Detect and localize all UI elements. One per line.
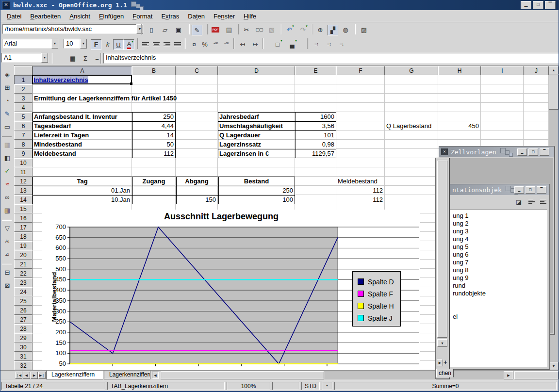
row-header-18[interactable]: 18 [14,232,33,241]
navigator-icon[interactable]: ⊕ [315,24,326,35]
window-close-icon[interactable]: ✕ [2,1,10,9]
background-color-button[interactable]: ▄▼ [287,39,297,49]
cell-E5[interactable]: 1600 [295,112,334,121]
align-center-button[interactable] [151,39,162,49]
underline-button[interactable]: U [113,39,124,50]
italic-button[interactable]: k [102,39,113,49]
strip-tab-scroll-icon[interactable]: ▶ [437,359,443,366]
row-header-1[interactable]: 1 [14,75,33,84]
copy-icon[interactable]: ▢▢ [254,24,264,35]
insert-icon[interactable]: ◈ [2,69,13,80]
horizontal-scroll-thumb[interactable] [161,371,324,379]
last-sheet-icon[interactable]: ▶❘ [38,372,46,379]
cell-B9[interactable]: 112 [132,149,174,158]
menu-ansicht[interactable]: Ansicht [65,11,95,22]
equals-icon[interactable]: = [92,53,102,64]
next-sheet-icon[interactable]: ▶ [31,372,38,379]
style-list-item[interactable]: ung 8 [453,266,547,274]
redo-icon[interactable]: ↷▼ [297,24,308,35]
font-size-field[interactable]: 10 [64,39,80,49]
gallery-icon[interactable]: ▨ [359,24,369,35]
font-name-combo[interactable]: Arial [2,39,51,49]
delete-decimal-button[interactable]: ⁻⁰⁰ [221,39,231,49]
add-decimal-button[interactable]: ⁺⁰⁰ [210,39,221,49]
row-header-8[interactable]: 8 [14,140,33,149]
maximize-button[interactable]: □ [526,186,535,194]
cell-D8[interactable]: Lagerzinssatz [219,140,261,149]
name-box-dropdown-icon[interactable]: ▼ [41,53,48,63]
sort-descending-icon[interactable]: Z↓ [2,249,13,260]
style-list-item[interactable]: el [453,313,547,321]
cell-G6[interactable]: Q Lagerbestand [386,121,431,131]
percent-format-button[interactable]: % [199,39,210,49]
row-header-31[interactable]: 31 [14,352,33,361]
align-justify-button[interactable] [172,39,183,49]
zoom-field[interactable]: 100% [227,382,270,390]
currency-format-button[interactable]: ¤ [189,39,199,49]
close-button[interactable]: ▔ [537,186,546,194]
minimize-button[interactable]: ▁ [521,1,531,9]
style-list-item[interactable]: ung 2 [453,220,547,228]
style-list-item[interactable] [453,305,547,313]
name-box[interactable]: A1 [1,53,41,63]
stylist-icon[interactable]: ▞ [328,25,338,35]
row-header-17[interactable]: 17 [14,223,33,232]
paste-icon[interactable]: ▧ [266,24,277,35]
cell-B12[interactable]: Zugang [132,177,176,186]
previous-sheet-icon[interactable]: ◀ [23,372,30,379]
bold-button[interactable]: F [91,39,101,50]
font-size-combo[interactable]: 10 [64,39,80,49]
style-list-item[interactable]: rund [453,282,547,290]
menu-fenster[interactable]: Fenster [209,11,239,22]
tab-scroll-left-icon[interactable]: ◀ [152,372,159,379]
data-sources-icon[interactable]: ▥ [2,205,13,215]
row-header-6[interactable]: 6 [14,121,33,131]
align-bottom-button[interactable]: =↓ [336,39,347,49]
character-styles-icon[interactable] [538,196,548,207]
column-header-C[interactable]: C [176,66,218,75]
row-header-27[interactable]: 27 [14,315,33,324]
row-header-32[interactable]: 32 [14,361,33,370]
column-header-D[interactable]: D [218,66,295,75]
cell-D13[interactable]: 250 [218,186,293,195]
cell-C12[interactable]: Abgang [176,177,218,186]
decrease-indent-button[interactable]: ↤ [237,39,248,49]
cell-E9[interactable]: 1129,57 [295,149,334,158]
hyperlink-gallery-icon[interactable]: ◍ [340,24,351,35]
cell-B6[interactable]: 4,44 [132,121,174,131]
row-header-24[interactable]: 24 [14,287,33,296]
cell-B8[interactable]: 50 [132,140,174,149]
menu-hilfe[interactable]: Hilfe [239,11,261,22]
row-header-21[interactable]: 21 [14,260,33,269]
cell-A6[interactable]: Tagesbedarf [34,121,71,131]
row-header-14[interactable]: 14 [14,195,33,204]
column-header-B[interactable]: B [132,66,176,75]
row-header-11[interactable]: 11 [14,167,33,177]
menu-datei[interactable]: Datei [2,11,26,22]
new-document-icon[interactable]: ▯ [146,24,157,35]
cell-D9[interactable]: Lagerzinsen in € [219,149,269,158]
function-wizard-icon[interactable]: ▦ [67,53,78,64]
font-color-button[interactable]: A▼ [124,39,134,50]
url-combo[interactable]: /home/martinix/shots/bwldv.sxc [2,24,136,34]
cell-A12[interactable]: Tag [33,177,132,186]
align-left-button[interactable] [140,39,151,49]
row-header-20[interactable]: 20 [14,250,33,260]
insert-object-icon[interactable]: ◔ [2,95,13,106]
row-header-4[interactable]: 4 [14,103,33,112]
font-name-field[interactable]: Arial [2,39,51,49]
open-icon[interactable]: ▱ [160,24,170,35]
column-header-I[interactable]: I [481,66,524,75]
save-icon[interactable]: ▣ [173,24,184,35]
column-header-J[interactable]: J [524,66,549,75]
choose-themes-icon[interactable]: ◧ [2,152,13,163]
styles-list[interactable]: ung 1ung 2ung 3ung 4ung 5ung 6ung 7ung 8… [438,210,547,367]
minimize-button[interactable]: ▁ [517,148,527,156]
cell-C14[interactable]: 150 [176,195,216,204]
row-header-2[interactable]: 2 [14,84,33,94]
maximize-button[interactable]: □ [533,1,543,9]
edit-file-icon[interactable]: ✎ [192,25,202,35]
cell-A13[interactable]: 01.Jan [33,186,130,195]
split-window-icon[interactable]: ⊟ [2,267,13,278]
scroll-right-icon[interactable]: ▶ [504,371,513,379]
